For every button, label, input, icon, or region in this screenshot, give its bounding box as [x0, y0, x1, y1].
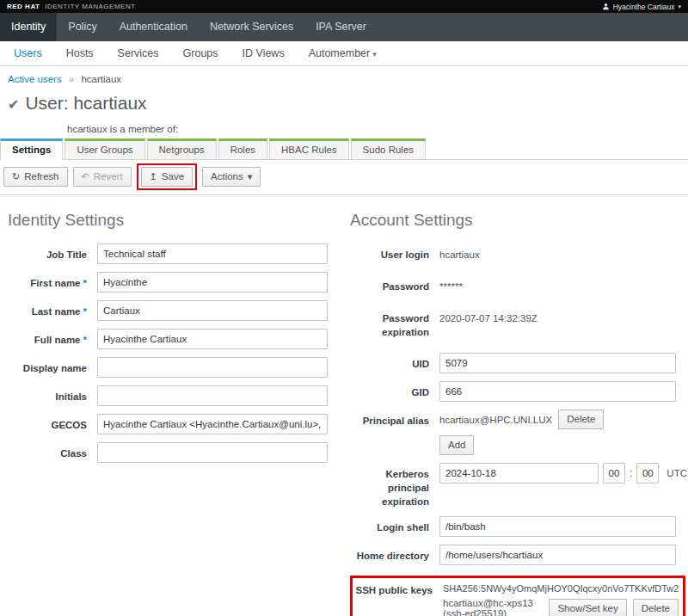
first-name-label: First name* — [8, 272, 87, 290]
nav-item-authentication[interactable]: Authentication — [108, 13, 199, 41]
breadcrumb-active-users-link[interactable]: Active users — [8, 74, 62, 84]
uid-input[interactable] — [439, 353, 676, 373]
save-icon: ↥ — [150, 170, 157, 182]
field-row-ssh-public-keys: SSH public keys SHA256:5NWy4yOmqMjHOY0QI… — [353, 582, 679, 616]
field-row-kerberos-principal-expiration: Kerberos principal expiration : UTC — [350, 463, 676, 508]
identity-settings-section: Identity Settings Job Title First name* … — [8, 207, 328, 616]
nav-item-network-services[interactable]: Network Services — [199, 13, 304, 41]
initials-input[interactable] — [97, 385, 328, 406]
last-name-label-text: Last name — [32, 306, 81, 317]
actions-label: Actions — [211, 170, 243, 183]
ssh-public-keys-label: SSH public keys — [353, 582, 433, 597]
brand-product: IDENTITY MANAGEMENT — [45, 3, 135, 10]
gecos-input[interactable] — [97, 414, 328, 434]
initials-label-text: Initials — [56, 391, 87, 402]
refresh-label: Refresh — [24, 170, 58, 183]
ssh-key-delete-button[interactable]: Delete — [633, 599, 679, 616]
uid-label: UID — [350, 353, 429, 371]
settings-content: Identity Settings Job Title First name* … — [0, 195, 688, 616]
field-row-class: Class — [8, 442, 328, 463]
ssh-key-fingerprint: SHA256:5NWy4yOmqMjHOY0QIqcxy0nVo7TKKvfDT… — [443, 582, 679, 594]
tab-sudo-rules[interactable]: Sudo Rules — [351, 139, 426, 160]
time-separator: : — [630, 467, 632, 479]
password-expiration-value: 2020-07-07 14:32:39Z — [439, 307, 676, 325]
field-row-user-login: User login hcartiaux — [350, 243, 676, 262]
ssh-show-set-key-button[interactable]: Show/Set key — [549, 599, 626, 616]
field-row-full-name: Full name* — [8, 329, 328, 349]
field-row-login-shell: Login shell — [350, 516, 676, 537]
user-menu[interactable]: Hyacinthe Cartiaux ▾ — [602, 3, 681, 11]
tab-roles[interactable]: Roles — [218, 139, 267, 160]
field-row-password-expiration: Password expiration 2020-07-07 14:32:39Z — [350, 307, 676, 339]
class-input[interactable] — [97, 442, 328, 463]
tab-user-groups[interactable]: User Groups — [64, 139, 144, 160]
subnav-item-users[interactable]: Users — [2, 47, 54, 59]
full-name-input[interactable] — [97, 329, 328, 349]
home-directory-label: Home directory — [350, 545, 429, 563]
subnav-item-hosts[interactable]: Hosts — [54, 47, 106, 59]
tab-settings[interactable]: Settings — [0, 139, 63, 160]
kerberos-expiration-date-input[interactable] — [439, 463, 599, 484]
class-label-text: Class — [60, 448, 87, 459]
save-label: Save — [162, 170, 184, 183]
ssh-key-comment: hcartiaux@hc-xps13 (ssh-ed25519) — [443, 598, 543, 616]
timezone-label: UTC — [666, 468, 687, 478]
subnav-item-automember[interactable]: Automember▾ — [297, 47, 389, 59]
chevron-down-icon: ▾ — [372, 50, 377, 59]
last-name-input[interactable] — [97, 300, 328, 321]
principal-alias-add-button[interactable]: Add — [439, 435, 474, 455]
password-value: ****** — [439, 275, 676, 293]
brand-redhat: RED HAT — [7, 3, 40, 10]
field-row-uid: UID — [350, 353, 676, 373]
nav-item-policy[interactable]: Policy — [57, 13, 108, 41]
job-title-label: Job Title — [8, 243, 87, 262]
actions-button[interactable]: Actions ▾ — [202, 167, 261, 187]
automember-label: Automember — [309, 47, 371, 59]
class-label: Class — [8, 442, 87, 460]
member-of-label: hcartiaux is a member of: — [67, 124, 688, 134]
login-shell-input[interactable] — [439, 516, 676, 537]
save-button[interactable]: ↥ Save — [141, 167, 193, 187]
nav-item-ipa-server[interactable]: IPA Server — [304, 13, 378, 41]
page-title-text: User: hcartiaux — [25, 93, 146, 113]
annotation-box-save: ↥ Save — [137, 163, 197, 190]
user-login-value: hcartiaux — [439, 243, 676, 262]
required-indicator: * — [83, 335, 87, 345]
refresh-button[interactable]: ↻ Refresh — [3, 167, 68, 187]
app-window: RED HAT IDENTITY MANAGEMENT Hyacinthe Ca… — [0, 0, 688, 616]
user-menu-label: Hyacinthe Cartiaux — [613, 3, 675, 11]
field-row-principal-alias: Principal alias hcartiaux@HPC.UNI.LUX De… — [350, 410, 676, 455]
tab-netgroups[interactable]: Netgroups — [147, 139, 217, 160]
revert-button[interactable]: ↶ Revert — [73, 167, 132, 187]
kerberos-expiration-minutes-input[interactable] — [636, 463, 659, 484]
principal-alias-delete-button[interactable]: Delete — [558, 410, 604, 429]
subnav-item-groups[interactable]: Groups — [171, 47, 230, 59]
tab-hbac-rules[interactable]: HBAC Rules — [269, 139, 349, 160]
nav-item-identity[interactable]: Identity — [0, 13, 57, 41]
subnav-item-services[interactable]: Services — [106, 47, 171, 59]
page-title: ✔User: hcartiaux — [0, 87, 688, 114]
refresh-icon: ↻ — [12, 170, 20, 182]
job-title-input[interactable] — [97, 243, 328, 264]
last-name-label: Last name* — [8, 300, 87, 318]
display-name-label: Display name — [8, 357, 87, 375]
breadcrumb-separator: » — [69, 74, 74, 84]
display-name-input[interactable] — [97, 357, 328, 378]
field-row-home-directory: Home directory — [350, 545, 676, 565]
identity-settings-title: Identity Settings — [8, 211, 328, 230]
subnav-item-id-views[interactable]: ID Views — [230, 47, 297, 59]
display-name-label-text: Display name — [23, 363, 87, 373]
chevron-down-icon: ▾ — [248, 170, 253, 182]
gid-input[interactable] — [439, 381, 676, 402]
account-settings-title: Account Settings — [350, 211, 676, 230]
field-row-last-name: Last name* — [8, 300, 328, 321]
account-settings-section: Account Settings User login hcartiaux Pa… — [350, 207, 676, 616]
field-row-gecos: GECOS — [8, 414, 328, 434]
principal-alias-label: Principal alias — [350, 410, 429, 428]
home-directory-input[interactable] — [439, 545, 676, 565]
main-nav: Identity Policy Authentication Network S… — [0, 13, 688, 41]
kerberos-expiration-hours-input[interactable] — [603, 463, 625, 484]
first-name-input[interactable] — [97, 272, 328, 293]
breadcrumb-current: hcartiaux — [81, 74, 121, 84]
password-expiration-label: Password expiration — [350, 307, 429, 339]
